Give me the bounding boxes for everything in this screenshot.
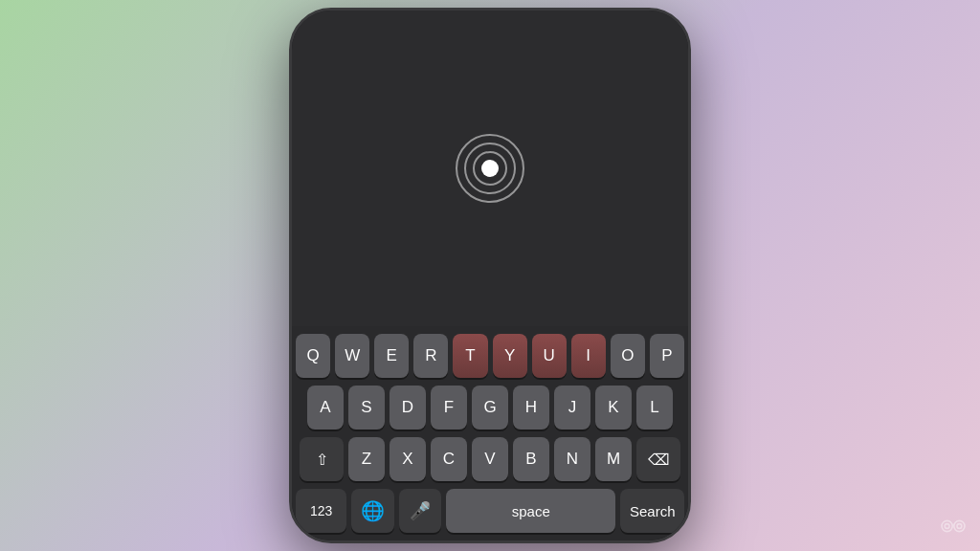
search-key[interactable]: Search — [620, 489, 684, 533]
dictation-area — [292, 11, 688, 326]
svg-point-0 — [942, 520, 952, 531]
key-q[interactable]: Q — [296, 334, 330, 378]
key-t[interactable]: T — [453, 334, 487, 378]
phone-container: Q W E R T Y U I O P A S D F G H J K L ⇧ … — [289, 8, 691, 543]
dictation-dot — [481, 160, 499, 177]
key-b[interactable]: B — [513, 437, 549, 481]
key-r[interactable]: R — [413, 334, 448, 378]
mic-key[interactable]: 🎤 — [399, 489, 441, 533]
key-n[interactable]: N — [554, 437, 590, 481]
dictation-icon — [452, 130, 528, 207]
keyboard-row-3: ⇧ Z X C V B N M ⌫ — [296, 437, 684, 481]
key-z[interactable]: Z — [348, 437, 385, 481]
key-m[interactable]: M — [595, 437, 632, 481]
key-l[interactable]: L — [636, 386, 673, 430]
key-a[interactable]: A — [307, 386, 344, 430]
key-w[interactable]: W — [335, 334, 369, 378]
key-s[interactable]: S — [348, 386, 385, 430]
keyboard-area: Q W E R T Y U I O P A S D F G H J K L ⇧ … — [292, 326, 688, 540]
key-c[interactable]: C — [431, 437, 467, 481]
keyboard-bottom-row: 123 🌐 🎤 space Search — [296, 489, 684, 533]
mic-icon: 🎤 — [410, 500, 431, 521]
globe-key[interactable]: 🌐 — [351, 489, 393, 533]
key-y[interactable]: Y — [493, 334, 527, 378]
key-h[interactable]: H — [513, 386, 549, 430]
svg-point-3 — [957, 524, 962, 529]
delete-key[interactable]: ⌫ — [636, 437, 680, 481]
space-key[interactable]: space — [446, 489, 615, 533]
key-f[interactable]: F — [431, 386, 467, 430]
key-k[interactable]: K — [595, 386, 632, 430]
svg-point-2 — [954, 520, 965, 531]
numeric-key[interactable]: 123 — [296, 489, 346, 533]
key-o[interactable]: O — [611, 334, 645, 378]
key-g[interactable]: G — [472, 386, 508, 430]
key-p[interactable]: P — [650, 334, 684, 378]
key-x[interactable]: X — [390, 437, 426, 481]
key-u[interactable]: U — [532, 334, 567, 378]
keyboard-row-1: Q W E R T Y U I O P — [296, 334, 684, 378]
key-d[interactable]: D — [390, 386, 426, 430]
key-i[interactable]: I — [571, 334, 606, 378]
shift-key[interactable]: ⇧ — [300, 437, 344, 481]
key-v[interactable]: V — [472, 437, 508, 481]
key-j[interactable]: J — [554, 386, 590, 430]
key-e[interactable]: E — [374, 334, 409, 378]
watermark — [938, 517, 969, 540]
globe-icon: 🌐 — [361, 499, 385, 522]
keyboard-row-2: A S D F G H J K L — [296, 386, 684, 430]
svg-point-1 — [945, 524, 949, 529]
